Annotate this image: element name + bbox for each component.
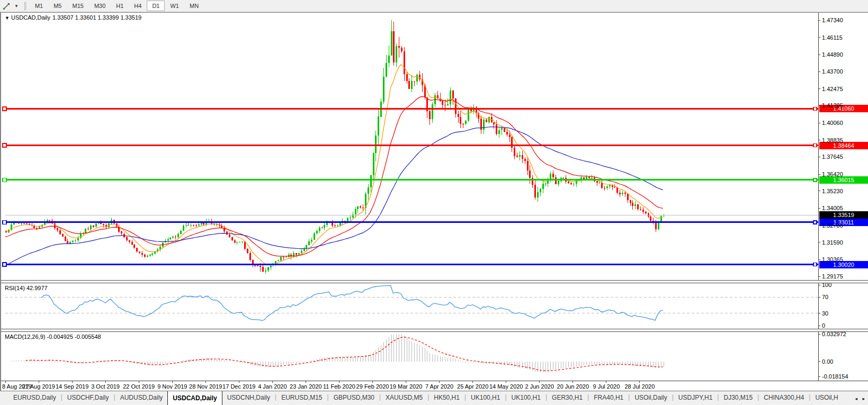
rsi-levels: 10070300 bbox=[5, 283, 831, 329]
tab-usdcad-daily[interactable]: USDCAD,Daily bbox=[167, 391, 222, 405]
svg-text:14 May 2020: 14 May 2020 bbox=[489, 383, 523, 390]
chart-title-symbol: USDCAD,Daily bbox=[11, 14, 50, 21]
svg-text:4 Jan 2020: 4 Jan 2020 bbox=[258, 383, 287, 390]
svg-text:25 Apr 2020: 25 Apr 2020 bbox=[457, 383, 488, 390]
svg-text:-0.018154: -0.018154 bbox=[822, 373, 848, 380]
macd-label: MACD(12,26,9) -0.004925 -0.005548 bbox=[5, 334, 101, 340]
svg-text:1.34005: 1.34005 bbox=[822, 205, 843, 211]
rsi-label: RSI(14) 42.9977 bbox=[5, 285, 48, 291]
hline-1.33011[interactable]: 1.33011 bbox=[3, 219, 868, 226]
ma-55-line bbox=[5, 127, 663, 266]
svg-text:1.35230: 1.35230 bbox=[822, 188, 843, 194]
symbol-dropdown-icon[interactable]: ▼ bbox=[5, 15, 10, 21]
tab-uk100-h1[interactable]: UK100,H1 bbox=[466, 391, 505, 405]
price-chart[interactable]: 1.410601.384641.360151.330111.300201.335… bbox=[1, 13, 868, 280]
svg-text:0.032972: 0.032972 bbox=[822, 332, 846, 337]
svg-text:70: 70 bbox=[822, 294, 828, 300]
timeframe-w1-button[interactable]: W1 bbox=[165, 1, 184, 11]
tab-eurusd-m15[interactable]: EURUSD,M15 bbox=[276, 391, 327, 405]
tab-usdjpy-h1[interactable]: USDJPY,H1 bbox=[674, 391, 717, 405]
svg-text:20 Jun 2020: 20 Jun 2020 bbox=[557, 383, 589, 390]
svg-text:1.30365: 1.30365 bbox=[822, 256, 843, 263]
svg-text:1.46115: 1.46115 bbox=[822, 34, 843, 41]
tab-usdchf-daily[interactable]: USDCHF,Daily bbox=[62, 391, 114, 405]
svg-text:1.36015: 1.36015 bbox=[833, 177, 854, 183]
timeframe-h1-button[interactable]: H1 bbox=[111, 1, 129, 11]
macd-signal-line bbox=[26, 337, 663, 371]
svg-text:30: 30 bbox=[822, 310, 828, 317]
svg-text:1.37645: 1.37645 bbox=[822, 154, 843, 160]
svg-text:1.44890: 1.44890 bbox=[822, 51, 843, 58]
tab-scroll-right-icon[interactable]: ▸ bbox=[860, 391, 867, 405]
tab-usoil-h[interactable]: USOil,H bbox=[810, 391, 843, 405]
tab-dj30-m15[interactable]: DJ30,M15 bbox=[719, 391, 757, 405]
macd-indicator[interactable]: 0.0329720.00-0.018154 bbox=[1, 332, 868, 381]
tab-ger30-h1[interactable]: GER30,H1 bbox=[547, 391, 587, 405]
svg-text:9 Nov 2019: 9 Nov 2019 bbox=[157, 383, 187, 390]
svg-text:2 Jun 2020: 2 Jun 2020 bbox=[525, 383, 554, 390]
tab-usdcnh-daily[interactable]: USDCNH,Daily bbox=[222, 391, 275, 405]
svg-text:1.33519: 1.33519 bbox=[833, 212, 854, 218]
timeframe-d1-button[interactable]: D1 bbox=[147, 1, 165, 11]
svg-text:1.42475: 1.42475 bbox=[822, 86, 843, 92]
tab-fra40-h1[interactable]: FRA40,H1 bbox=[589, 391, 628, 405]
current-price-line: 1.33519 bbox=[5, 211, 868, 219]
tab-usoil-daily[interactable]: USOil,Daily bbox=[630, 391, 672, 405]
svg-text:0: 0 bbox=[822, 322, 825, 329]
svg-text:28 Nov 2019: 28 Nov 2019 bbox=[189, 383, 222, 390]
ma-21-line bbox=[5, 96, 663, 256]
hline-1.38464[interactable]: 1.38464 bbox=[3, 142, 868, 149]
date-axis-line: 8 Aug 201927 Aug 201914 Sep 20193 Oct 20… bbox=[1, 381, 868, 390]
svg-text:1.43700: 1.43700 bbox=[822, 68, 843, 75]
rsi-pane: 10070300 RSI(14) 42.9977 bbox=[1, 283, 868, 329]
tab-hk50-h1[interactable]: HK50,H1 bbox=[429, 391, 464, 405]
tab-gbpusd-m30[interactable]: GBPUSD,M30 bbox=[329, 391, 379, 405]
tab-eurusd-daily[interactable]: EURUSD,Daily bbox=[8, 391, 61, 405]
rsi-indicator[interactable]: 10070300 bbox=[1, 283, 868, 329]
timeframe-m15-button[interactable]: M15 bbox=[67, 1, 88, 11]
timeframe-h4-button[interactable]: H4 bbox=[129, 1, 147, 11]
svg-text:19 Mar 2020: 19 Mar 2020 bbox=[390, 383, 423, 390]
tab-scroll-left-icon[interactable]: ◂ bbox=[853, 391, 860, 405]
macd-pane: 0.0329720.00-0.018154 MACD(12,26,9) -0.0… bbox=[1, 332, 868, 381]
timeframe-mn-button[interactable]: MN bbox=[184, 1, 204, 11]
svg-text:23 Jan 2020: 23 Jan 2020 bbox=[290, 383, 322, 390]
chart-title[interactable]: ▼ USDCAD,Daily1.33507 1.33601 1.33399 1.… bbox=[5, 14, 141, 21]
date-axis[interactable]: 8 Aug 201927 Aug 201914 Sep 20193 Oct 20… bbox=[1, 381, 868, 392]
timeframe-buttons: M1M5M15M30H1H4D1W1MN bbox=[30, 1, 204, 11]
timeframe-m30-button[interactable]: M30 bbox=[89, 1, 111, 11]
chart-window: 1.410601.384641.360151.330111.300201.335… bbox=[0, 12, 868, 391]
toolbar-grip[interactable] bbox=[23, 2, 26, 10]
hline-1.36015[interactable]: 1.36015 bbox=[3, 176, 868, 184]
svg-text:1.36420: 1.36420 bbox=[822, 171, 843, 177]
ma-8-line bbox=[5, 65, 663, 265]
svg-text:100: 100 bbox=[822, 283, 831, 288]
crosshair-pointer-icon[interactable] bbox=[1, 1, 12, 11]
svg-text:1.32780: 1.32780 bbox=[822, 222, 843, 229]
hline-1.30020[interactable]: 1.30020 bbox=[3, 261, 868, 268]
timeframe-toolbar: ▼ M1M5M15M30H1H4D1W1MN bbox=[0, 0, 868, 12]
price-pane: 1.410601.384641.360151.330111.300201.335… bbox=[1, 13, 868, 280]
svg-text:3 Oct 2019: 3 Oct 2019 bbox=[91, 383, 120, 390]
tab-xauusd-m5[interactable]: XAUUSD,M5 bbox=[381, 391, 427, 405]
svg-text:14 Sep 2019: 14 Sep 2019 bbox=[56, 383, 88, 390]
svg-text:1.31590: 1.31590 bbox=[822, 239, 843, 246]
tab-china300-h4[interactable]: CHINA300,H4 bbox=[759, 391, 809, 405]
svg-text:7 Apr 2020: 7 Apr 2020 bbox=[425, 383, 453, 390]
svg-text:27 Aug 2019: 27 Aug 2019 bbox=[22, 383, 55, 390]
svg-text:1.38835: 1.38835 bbox=[822, 137, 843, 143]
timeframe-m1-button[interactable]: M1 bbox=[30, 1, 48, 11]
chart-title-ohlc: 1.33507 1.33601 1.33399 1.33519 bbox=[52, 14, 141, 21]
symbol-tabbar: EURUSD,Daily|USDCHF,Daily|AUDUSD,DailyUS… bbox=[0, 391, 868, 405]
tab-uk100-h1[interactable]: UK100,H1 bbox=[507, 391, 545, 405]
macd-histogram bbox=[12, 334, 664, 372]
svg-text:1.41285: 1.41285 bbox=[822, 102, 843, 109]
tab-audusd-daily[interactable]: AUDUSD,Daily bbox=[115, 391, 168, 405]
svg-text:0.00: 0.00 bbox=[822, 358, 833, 365]
timeframe-m5-button[interactable]: M5 bbox=[48, 1, 67, 11]
candles bbox=[5, 20, 665, 274]
rsi-line bbox=[41, 285, 663, 320]
svg-text:28 Jul 2020: 28 Jul 2020 bbox=[624, 383, 655, 390]
chevron-down-icon[interactable]: ▼ bbox=[12, 4, 21, 8]
trading-terminal-window: ▼ M1M5M15M30H1H4D1W1MN 1.410601.384641.3… bbox=[0, 0, 868, 405]
